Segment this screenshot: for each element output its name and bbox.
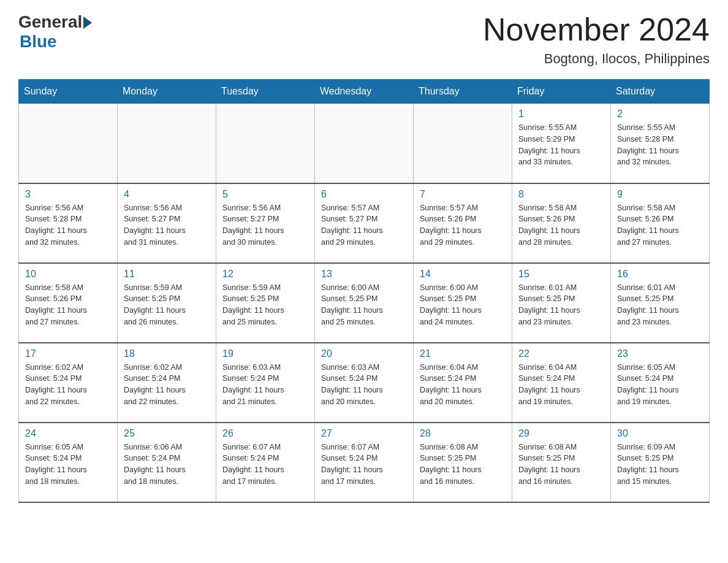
calendar-cell: 8Sunrise: 5:58 AM Sunset: 5:26 PM Daylig… — [512, 183, 611, 263]
day-number: 28 — [420, 428, 506, 439]
day-info: Sunrise: 6:00 AM Sunset: 5:25 PM Dayligh… — [420, 282, 506, 328]
day-info: Sunrise: 6:04 AM Sunset: 5:24 PM Dayligh… — [518, 362, 604, 408]
weekday-header-saturday: Saturday — [611, 80, 710, 104]
calendar-cell — [118, 104, 216, 183]
calendar-cell: 17Sunrise: 6:02 AM Sunset: 5:24 PM Dayli… — [19, 343, 118, 423]
month-title: November 2024 — [483, 12, 710, 47]
day-number: 9 — [617, 189, 703, 200]
day-number: 24 — [25, 428, 111, 439]
logo-blue-text: Blue — [20, 32, 57, 52]
calendar-cell: 24Sunrise: 6:05 AM Sunset: 5:24 PM Dayli… — [19, 423, 118, 502]
day-info: Sunrise: 5:58 AM Sunset: 5:26 PM Dayligh… — [25, 282, 111, 328]
day-info: Sunrise: 6:01 AM Sunset: 5:25 PM Dayligh… — [518, 282, 604, 328]
day-info: Sunrise: 6:09 AM Sunset: 5:25 PM Dayligh… — [617, 442, 703, 488]
day-number: 8 — [518, 189, 604, 200]
day-number: 16 — [617, 269, 703, 280]
calendar-cell: 5Sunrise: 5:56 AM Sunset: 5:27 PM Daylig… — [216, 183, 315, 263]
page-header: General Blue November 2024 Bogtong, Iloc… — [18, 12, 710, 67]
day-number: 30 — [617, 428, 703, 439]
calendar-cell: 7Sunrise: 5:57 AM Sunset: 5:26 PM Daylig… — [414, 183, 512, 263]
calendar-cell — [414, 104, 512, 183]
day-number: 27 — [321, 428, 407, 439]
calendar-cell — [19, 104, 118, 183]
day-number: 15 — [518, 269, 604, 280]
calendar-cell: 1Sunrise: 5:55 AM Sunset: 5:29 PM Daylig… — [512, 104, 611, 183]
calendar-cell: 12Sunrise: 5:59 AM Sunset: 5:25 PM Dayli… — [216, 263, 315, 343]
calendar-cell: 26Sunrise: 6:07 AM Sunset: 5:24 PM Dayli… — [216, 423, 315, 502]
calendar-cell: 28Sunrise: 6:08 AM Sunset: 5:25 PM Dayli… — [414, 423, 512, 502]
day-number: 3 — [25, 189, 111, 200]
calendar-cell: 14Sunrise: 6:00 AM Sunset: 5:25 PM Dayli… — [414, 263, 512, 343]
calendar-cell — [315, 104, 414, 183]
calendar-cell — [216, 104, 315, 183]
day-number: 18 — [124, 348, 210, 359]
day-number: 25 — [124, 428, 210, 439]
calendar-cell: 18Sunrise: 6:02 AM Sunset: 5:24 PM Dayli… — [118, 343, 216, 423]
calendar-cell: 20Sunrise: 6:03 AM Sunset: 5:24 PM Dayli… — [315, 343, 414, 423]
day-number: 14 — [420, 269, 506, 280]
day-info: Sunrise: 5:56 AM Sunset: 5:27 PM Dayligh… — [222, 202, 308, 248]
week-row-4: 17Sunrise: 6:02 AM Sunset: 5:24 PM Dayli… — [19, 343, 710, 423]
day-number: 1 — [518, 109, 604, 120]
day-info: Sunrise: 6:05 AM Sunset: 5:24 PM Dayligh… — [617, 362, 703, 408]
calendar-cell: 22Sunrise: 6:04 AM Sunset: 5:24 PM Dayli… — [512, 343, 611, 423]
day-number: 2 — [617, 109, 703, 120]
calendar-cell: 9Sunrise: 5:58 AM Sunset: 5:26 PM Daylig… — [611, 183, 710, 263]
day-number: 12 — [222, 269, 308, 280]
calendar-cell: 6Sunrise: 5:57 AM Sunset: 5:27 PM Daylig… — [315, 183, 414, 263]
weekday-header-sunday: Sunday — [19, 80, 118, 104]
calendar-cell: 4Sunrise: 5:56 AM Sunset: 5:27 PM Daylig… — [118, 183, 216, 263]
logo-wordmark: General — [18, 12, 92, 32]
day-info: Sunrise: 6:08 AM Sunset: 5:25 PM Dayligh… — [518, 442, 604, 488]
day-info: Sunrise: 6:02 AM Sunset: 5:24 PM Dayligh… — [25, 362, 111, 408]
day-info: Sunrise: 6:06 AM Sunset: 5:24 PM Dayligh… — [124, 442, 210, 488]
day-info: Sunrise: 5:58 AM Sunset: 5:26 PM Dayligh… — [518, 202, 604, 248]
day-info: Sunrise: 6:03 AM Sunset: 5:24 PM Dayligh… — [321, 362, 407, 408]
day-number: 10 — [25, 269, 111, 280]
day-number: 21 — [420, 348, 506, 359]
weekday-header-wednesday: Wednesday — [315, 80, 414, 104]
weekday-header-friday: Friday — [512, 80, 611, 104]
day-number: 13 — [321, 269, 407, 280]
day-info: Sunrise: 6:00 AM Sunset: 5:25 PM Dayligh… — [321, 282, 407, 328]
day-info: Sunrise: 5:59 AM Sunset: 5:25 PM Dayligh… — [124, 282, 210, 328]
logo-general-text: General — [18, 12, 82, 32]
day-info: Sunrise: 6:08 AM Sunset: 5:25 PM Dayligh… — [420, 442, 506, 488]
day-info: Sunrise: 5:55 AM Sunset: 5:29 PM Dayligh… — [518, 122, 604, 168]
day-info: Sunrise: 5:58 AM Sunset: 5:26 PM Dayligh… — [617, 202, 703, 248]
calendar-header-row: SundayMondayTuesdayWednesdayThursdayFrid… — [19, 80, 710, 104]
day-number: 20 — [321, 348, 407, 359]
day-number: 17 — [25, 348, 111, 359]
calendar-cell: 10Sunrise: 5:58 AM Sunset: 5:26 PM Dayli… — [19, 263, 118, 343]
weekday-header-monday: Monday — [118, 80, 216, 104]
day-number: 22 — [518, 348, 604, 359]
location-title: Bogtong, Ilocos, Philippines — [483, 51, 710, 67]
week-row-2: 3Sunrise: 5:56 AM Sunset: 5:28 PM Daylig… — [19, 183, 710, 263]
calendar-cell: 3Sunrise: 5:56 AM Sunset: 5:28 PM Daylig… — [19, 183, 118, 263]
calendar-cell: 2Sunrise: 5:55 AM Sunset: 5:28 PM Daylig… — [611, 104, 710, 183]
day-info: Sunrise: 5:55 AM Sunset: 5:28 PM Dayligh… — [617, 122, 703, 168]
calendar-cell: 29Sunrise: 6:08 AM Sunset: 5:25 PM Dayli… — [512, 423, 611, 502]
calendar-cell: 13Sunrise: 6:00 AM Sunset: 5:25 PM Dayli… — [315, 263, 414, 343]
day-info: Sunrise: 5:56 AM Sunset: 5:27 PM Dayligh… — [124, 202, 210, 248]
calendar-cell: 21Sunrise: 6:04 AM Sunset: 5:24 PM Dayli… — [414, 343, 512, 423]
title-section: November 2024 Bogtong, Ilocos, Philippin… — [483, 12, 710, 67]
calendar-table: SundayMondayTuesdayWednesdayThursdayFrid… — [18, 79, 710, 503]
day-info: Sunrise: 6:03 AM Sunset: 5:24 PM Dayligh… — [222, 362, 308, 408]
day-info: Sunrise: 5:56 AM Sunset: 5:28 PM Dayligh… — [25, 202, 111, 248]
day-number: 7 — [420, 189, 506, 200]
day-number: 26 — [222, 428, 308, 439]
day-info: Sunrise: 6:02 AM Sunset: 5:24 PM Dayligh… — [124, 362, 210, 408]
day-info: Sunrise: 6:01 AM Sunset: 5:25 PM Dayligh… — [617, 282, 703, 328]
day-info: Sunrise: 6:07 AM Sunset: 5:24 PM Dayligh… — [321, 442, 407, 488]
day-number: 11 — [124, 269, 210, 280]
calendar-cell: 30Sunrise: 6:09 AM Sunset: 5:25 PM Dayli… — [611, 423, 710, 502]
weekday-header-tuesday: Tuesday — [216, 80, 315, 104]
weekday-header-thursday: Thursday — [414, 80, 512, 104]
logo-arrow-icon — [83, 17, 92, 29]
day-number: 4 — [124, 189, 210, 200]
day-number: 19 — [222, 348, 308, 359]
day-number: 5 — [222, 189, 308, 200]
day-info: Sunrise: 5:57 AM Sunset: 5:27 PM Dayligh… — [321, 202, 407, 248]
day-number: 29 — [518, 428, 604, 439]
